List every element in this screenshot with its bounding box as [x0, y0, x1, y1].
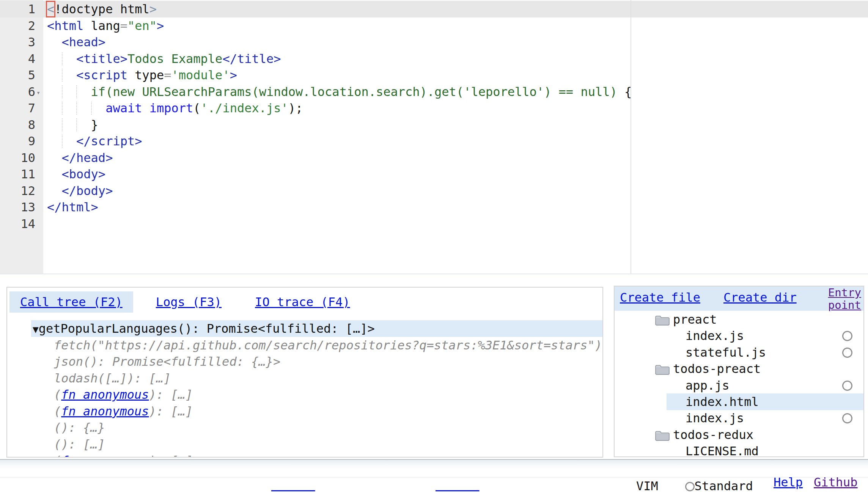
status-bar: docs/examples/todos- preact/index.html C… — [0, 459, 868, 494]
code-text: </html> — [47, 199, 98, 216]
fn-anonymous-link[interactable]: fn anonymous — [61, 387, 149, 402]
token-plain — [47, 101, 105, 115]
code-editor[interactable]: 1<!doctype html>2<html lang="en">3 <head… — [0, 0, 868, 274]
line-number: 13 — [0, 199, 35, 216]
dir-name[interactable]: todos-preact — [673, 360, 761, 377]
line-number: 14 — [0, 216, 35, 232]
token-plain — [47, 167, 62, 181]
token-js: if(new URLSearchParams(window.location.s… — [91, 85, 624, 99]
create-file-button[interactable]: Create file — [620, 290, 700, 305]
token-content: Todos Example — [127, 52, 222, 66]
entry-point-radio[interactable] — [842, 331, 852, 341]
token-tag: </body> — [62, 184, 113, 198]
clear-io-trace-button[interactable]: Clear IO trace (F6) — [271, 461, 374, 494]
code-line-11[interactable]: 11 <body> — [0, 166, 868, 182]
dir-row-todos-preact[interactable]: todos-preact — [615, 360, 863, 377]
code-text: } — [47, 116, 98, 133]
fn-anonymous-link[interactable]: fn anonymous — [61, 453, 149, 458]
calltree-row[interactable]: (fn anonymous): […] — [54, 386, 602, 403]
file-name[interactable]: stateful.js — [686, 344, 766, 361]
help-link[interactable]: Help — [774, 475, 803, 489]
tab-label[interactable]: Call tree (F2) — [20, 295, 123, 309]
token-str: "en" — [127, 19, 157, 33]
calltree-row-root[interactable]: ▼getPopularLanguages(): Promise<fulfille… — [31, 320, 602, 337]
file-name[interactable]: index.js — [686, 327, 744, 344]
code-line-6[interactable]: 6▾ if(new URLSearchParams(window.locatio… — [0, 83, 868, 100]
file-row-index.html[interactable]: index.html — [667, 393, 863, 410]
calltree-row[interactable]: lodash([…]): […] — [54, 370, 602, 387]
token-plain: ); — [288, 101, 303, 115]
calltree-tabs: Call tree (F2)Logs (F3)IO trace (F4) — [9, 291, 361, 313]
create-dir-button[interactable]: Create dir — [723, 290, 797, 305]
file-name[interactable]: app.js — [686, 377, 730, 394]
token-attr: type — [135, 68, 164, 82]
file-name[interactable]: index.js — [686, 410, 744, 426]
calltree-row[interactable]: (fn anonymous): […] — [54, 403, 602, 420]
file-row-index.js[interactable]: index.js — [615, 410, 863, 426]
token-tag: <body> — [62, 167, 106, 181]
vim-mode-label: VIM — [636, 478, 658, 494]
file-row-stateful.js[interactable]: stateful.js — [615, 344, 863, 361]
calltree-row[interactable]: (): {…} — [54, 419, 602, 436]
tab-call-tree-f2[interactable]: Call tree (F2) — [9, 291, 133, 313]
line-number: 11 — [0, 166, 35, 182]
token-plain — [83, 19, 91, 33]
fn-anonymous-link[interactable]: fn anonymous — [61, 404, 149, 418]
token-plain — [47, 118, 91, 132]
token-meta: > — [149, 2, 157, 16]
code-line-12[interactable]: 12 </body> — [0, 182, 868, 199]
file-name[interactable]: LICENSE.md — [686, 443, 759, 457]
standard-mode-label: Standard — [695, 479, 753, 493]
token-tag: <html — [47, 19, 83, 33]
reopen-run-window-button[interactable]: (Re)open run window (F7) — [436, 461, 574, 494]
token-tag: </script> — [76, 134, 142, 148]
calltree-row[interactable]: (fn anonymous): […] — [54, 452, 602, 458]
code-line-4[interactable]: 4 <title>Todos Example</title> — [0, 50, 868, 67]
dir-row-todos-redux[interactable]: todos-redux — [615, 426, 863, 443]
calltree-row[interactable]: json(): Promise<fulfilled: {…}> — [54, 353, 602, 370]
fold-arrow-icon[interactable]: ▾ — [36, 84, 40, 101]
code-line-7[interactable]: 7 await import('./index.js'); — [0, 100, 868, 116]
token-eq: = — [120, 19, 127, 33]
file-name[interactable]: index.html — [686, 393, 759, 410]
entry-point-radio[interactable] — [842, 381, 852, 391]
file-row-app.js[interactable]: app.js — [615, 377, 863, 394]
code-line-3[interactable]: 3 <head> — [0, 34, 868, 50]
code-line-2[interactable]: 2<html lang="en"> — [0, 17, 868, 34]
token-plain: ( — [193, 101, 200, 115]
file-browser-panel: Create file Create dir Entry point preac… — [614, 286, 864, 457]
code-line-1[interactable]: 1<!doctype html> — [0, 1, 868, 17]
code-line-8[interactable]: 8 } — [0, 116, 868, 133]
tab-label[interactable]: Logs (F3) — [156, 295, 222, 309]
code-text: <html lang="en"> — [47, 17, 164, 34]
code-line-14[interactable]: 14 — [0, 216, 868, 232]
line-number: 12 — [0, 182, 35, 199]
file-row-index.js[interactable]: index.js — [615, 327, 863, 344]
code-line-13[interactable]: 13</html> — [0, 199, 868, 216]
token-plain: { — [624, 85, 632, 99]
dir-name[interactable]: todos-redux — [673, 426, 753, 443]
calltree-row[interactable]: (): […] — [54, 436, 602, 453]
code-line-5[interactable]: 5 <script type='module'> — [0, 67, 868, 83]
token-plain — [47, 184, 62, 198]
code-text: <script type='module'> — [47, 67, 237, 83]
entry-point-radio[interactable] — [842, 348, 852, 358]
expand-triangle-icon[interactable]: ▼ — [33, 324, 39, 335]
code-line-10[interactable]: 10 </head> — [0, 149, 868, 166]
entry-point-radio[interactable] — [842, 413, 852, 423]
tab-logs-f3[interactable]: Logs (F3) — [145, 291, 232, 313]
token-tag: <script — [76, 68, 127, 82]
code-line-9[interactable]: 9 </script> — [0, 133, 868, 149]
token-plain — [47, 134, 76, 148]
tab-label[interactable]: IO trace (F4) — [255, 295, 350, 309]
calltree-row[interactable]: fetch("https://api.github.com/search/rep… — [54, 337, 602, 354]
token-plain — [47, 35, 62, 49]
dir-name[interactable]: preact — [673, 311, 717, 328]
dir-row-preact[interactable]: preact — [615, 311, 863, 328]
github-link[interactable]: Github — [814, 475, 858, 489]
file-row-LICENSE.md[interactable]: LICENSE.md — [615, 443, 863, 457]
tab-io-trace-f4[interactable]: IO trace (F4) — [244, 291, 360, 313]
standard-mode-radio[interactable] — [685, 482, 695, 491]
token-tag: <title> — [76, 52, 127, 66]
entry-point-link[interactable]: Entry point — [817, 286, 861, 312]
